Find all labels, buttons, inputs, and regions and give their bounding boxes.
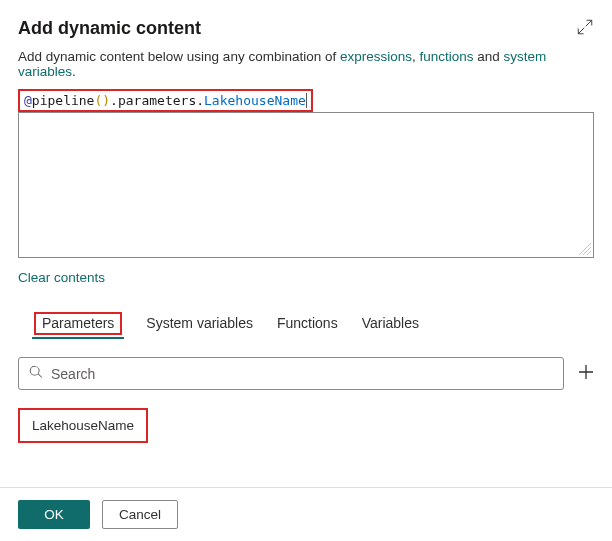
- dialog-footer: OK Cancel: [0, 487, 612, 541]
- subtitle-suffix: .: [72, 64, 76, 79]
- tabs-row: Parameters System variables Functions Va…: [18, 311, 594, 339]
- parameters-list: LakehouseName: [18, 408, 594, 443]
- search-placeholder: Search: [51, 366, 95, 382]
- link-functions[interactable]: functions: [420, 49, 474, 64]
- tok-paren-close: ): [102, 93, 110, 108]
- tok-at: @: [24, 93, 32, 108]
- expression-editor[interactable]: @pipeline().parameters.LakehouseName: [24, 93, 307, 108]
- resize-handle-icon[interactable]: [579, 243, 591, 255]
- tok-prop-lakehousename: LakehouseName: [204, 93, 307, 108]
- tab-variables[interactable]: Variables: [360, 311, 421, 339]
- subtitle-prefix: Add dynamic content below using any comb…: [18, 49, 340, 64]
- add-icon[interactable]: [578, 364, 594, 383]
- link-expressions[interactable]: expressions: [340, 49, 412, 64]
- tab-parameters-label: Parameters: [34, 312, 122, 335]
- parameter-item-lakehousename[interactable]: LakehouseName: [18, 408, 148, 443]
- expression-text-area[interactable]: [18, 112, 594, 258]
- expand-icon[interactable]: [576, 18, 594, 39]
- tok-dot1: .: [110, 93, 118, 108]
- tab-parameters[interactable]: Parameters: [32, 311, 124, 339]
- dialog-title: Add dynamic content: [18, 18, 201, 39]
- search-icon: [29, 365, 43, 382]
- search-input[interactable]: Search: [18, 357, 564, 390]
- tok-dot2: .: [196, 93, 204, 108]
- cancel-button[interactable]: Cancel: [102, 500, 178, 529]
- subtitle-sep2: and: [474, 49, 504, 64]
- tab-system-variables[interactable]: System variables: [144, 311, 255, 339]
- ok-button[interactable]: OK: [18, 500, 90, 529]
- tok-prop-parameters: parameters: [118, 93, 196, 108]
- subtitle-text: Add dynamic content below using any comb…: [18, 49, 594, 79]
- tok-call: pipeline: [32, 93, 95, 108]
- tab-functions[interactable]: Functions: [275, 311, 340, 339]
- expression-highlight: @pipeline().parameters.LakehouseName: [18, 89, 313, 112]
- clear-contents-link[interactable]: Clear contents: [18, 270, 105, 285]
- subtitle-sep1: ,: [412, 49, 420, 64]
